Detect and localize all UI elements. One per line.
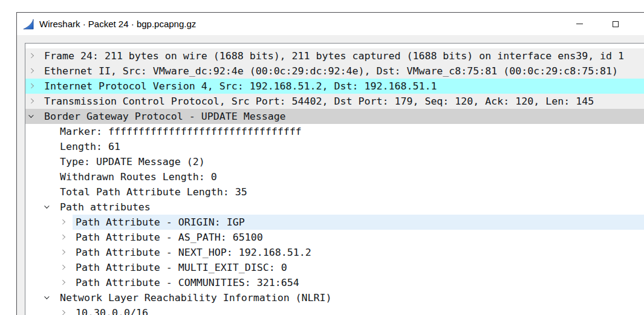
- tree-row[interactable]: Path Attribute - COMMUNITIES: 321:654: [25, 275, 644, 290]
- tree-row[interactable]: Withdrawn Routes Length: 0: [25, 169, 644, 184]
- tree-row[interactable]: Marker: ffffffffffffffffffffffffffffffff: [25, 124, 644, 139]
- tree-row-label: 10.30.0.0/16: [76, 305, 148, 315]
- tree-row-label: Internet Protocol Version 4, Src: 192.16…: [44, 79, 437, 94]
- expander-icon[interactable]: [30, 83, 36, 89]
- tree-row-label: Length: 61: [60, 139, 120, 154]
- tree-row[interactable]: Frame 24: 211 bytes on wire (1688 bits),…: [25, 48, 644, 63]
- packet-details-tree: Frame 24: 211 bytes on wire (1688 bits),…: [25, 43, 644, 315]
- packet-dialog-window: Wireshark · Packet 24 · bgp.pcapng.gz Fr…: [16, 12, 644, 315]
- tree-row-label: Path attributes: [60, 200, 151, 215]
- expander-icon[interactable]: [30, 114, 36, 120]
- tree-row-label: Border Gateway Protocol - UPDATE Message: [44, 109, 286, 124]
- tree-row[interactable]: Path Attribute - MULTI_EXIT_DISC: 0: [25, 260, 644, 275]
- tree-row-label: Frame 24: 211 bytes on wire (1688 bits),…: [44, 48, 624, 63]
- maximize-button[interactable]: [597, 13, 633, 35]
- maximize-icon: [613, 21, 619, 27]
- tree-row-label: Transmission Control Protocol, Src Port:…: [44, 94, 594, 109]
- tree-row[interactable]: Length: 61: [25, 139, 644, 154]
- tree-row[interactable]: Ethernet II, Src: VMware_dc:92:4e (00:0c…: [25, 63, 644, 79]
- expander-icon[interactable]: [61, 310, 67, 315]
- tree-row[interactable]: Transmission Control Protocol, Src Port:…: [25, 94, 644, 109]
- expander-icon[interactable]: [30, 53, 36, 59]
- wireshark-fin-icon: [23, 19, 34, 30]
- tree-row-label: Path Attribute - MULTI_EXIT_DISC: 0: [76, 260, 287, 275]
- expander-icon[interactable]: [61, 235, 67, 241]
- tree-row-label: Path Attribute - NEXT_HOP: 192.168.51.2: [76, 245, 311, 260]
- tree-row[interactable]: 10.30.0.0/16: [25, 305, 644, 315]
- tree-row-label: Total Path Attribute Length: 35: [60, 184, 247, 200]
- expander-icon[interactable]: [61, 250, 67, 256]
- tree-row[interactable]: Path Attribute - AS_PATH: 65100: [25, 230, 644, 245]
- minimize-button[interactable]: [562, 13, 597, 35]
- tree-row[interactable]: Path Attribute - ORIGIN: IGP: [25, 215, 644, 230]
- expander-icon[interactable]: [61, 219, 67, 226]
- title-bar[interactable]: Wireshark · Packet 24 · bgp.pcapng.gz: [17, 13, 644, 35]
- tree-row-label: Network Layer Reachability Information (…: [60, 290, 332, 305]
- tree-row-label: Type: UPDATE Message (2): [60, 154, 205, 169]
- tree-row[interactable]: Internet Protocol Version 4, Src: 192.16…: [25, 79, 644, 94]
- tree-row-label: Ethernet II, Src: VMware_dc:92:4e (00:0c…: [44, 63, 618, 79]
- tree-row-label: Withdrawn Routes Length: 0: [60, 169, 217, 184]
- tree-row[interactable]: Type: UPDATE Message (2): [25, 154, 644, 169]
- tree-row[interactable]: Path Attribute - NEXT_HOP: 192.168.51.2: [25, 245, 644, 260]
- expander-icon[interactable]: [61, 280, 67, 286]
- tree-row-label: Path Attribute - COMMUNITIES: 321:654: [76, 275, 299, 290]
- tree-row[interactable]: Border Gateway Protocol - UPDATE Message: [25, 109, 644, 124]
- tree-row-label: Path Attribute - ORIGIN: IGP: [76, 215, 245, 230]
- expander-icon[interactable]: [30, 99, 36, 105]
- tree-row[interactable]: Path attributes: [25, 200, 644, 215]
- tree-row-label: Path Attribute - AS_PATH: 65100: [76, 230, 263, 245]
- tree-row[interactable]: Total Path Attribute Length: 35: [25, 184, 644, 200]
- minimize-icon: [576, 24, 583, 24]
- tree-rows-container: Frame 24: 211 bytes on wire (1688 bits),…: [25, 44, 644, 315]
- expander-icon[interactable]: [30, 68, 36, 74]
- close-button[interactable]: [633, 13, 644, 35]
- tree-row-label: Marker: ffffffffffffffffffffffffffffffff: [60, 124, 302, 139]
- tree-row[interactable]: Network Layer Reachability Information (…: [25, 290, 644, 305]
- window-title: Wireshark · Packet 24 · bgp.pcapng.gz: [39, 19, 562, 29]
- expander-icon[interactable]: [45, 295, 51, 301]
- expander-icon[interactable]: [45, 204, 51, 210]
- expander-icon[interactable]: [61, 265, 67, 271]
